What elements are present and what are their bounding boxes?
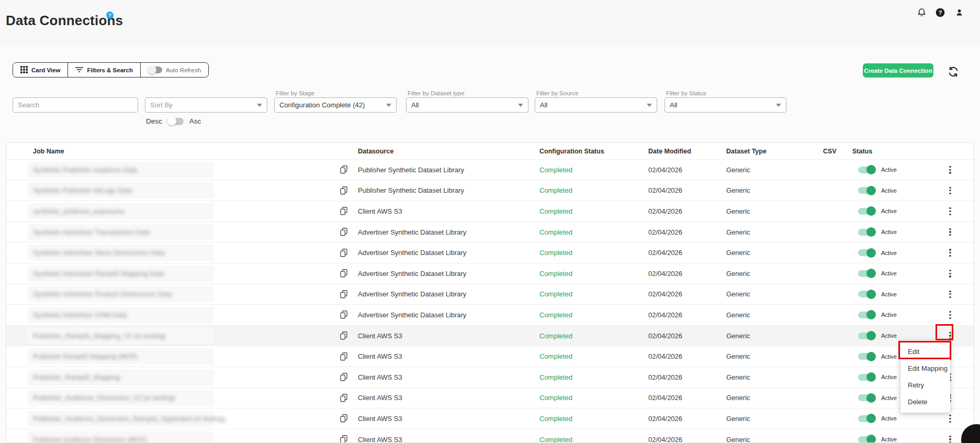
filter-stage-value: Configuration Complete (42) xyxy=(279,101,365,109)
datasource-cell: Client AWS S3 xyxy=(358,394,539,402)
active-toggle[interactable] xyxy=(858,229,875,236)
datasource-cell: Client AWS S3 xyxy=(358,373,539,381)
copy-icon[interactable] xyxy=(340,268,349,279)
active-toggle[interactable] xyxy=(858,270,875,277)
dataset-type-cell: Generic xyxy=(726,332,823,340)
active-toggle[interactable] xyxy=(858,167,875,173)
status-label: Active xyxy=(881,374,897,380)
status-cell: Active xyxy=(852,208,943,215)
search-input[interactable] xyxy=(18,101,133,109)
status-cell: Active xyxy=(852,415,943,422)
refresh-icon[interactable] xyxy=(947,65,960,78)
copy-icon[interactable] xyxy=(340,164,349,175)
status-label: Active xyxy=(881,229,897,235)
person-icon[interactable] xyxy=(954,7,964,18)
configuration-status-cell: Completed xyxy=(539,352,648,360)
row-menu-kebab-icon[interactable] xyxy=(944,412,956,425)
date-modified-cell: 02/04/2026 xyxy=(648,352,726,360)
filter-status-select[interactable]: All xyxy=(664,97,786,113)
dataset-type-cell: Generic xyxy=(726,290,823,298)
filter-lines-icon xyxy=(75,67,83,74)
filter-dataset-type-select[interactable]: All xyxy=(406,97,528,113)
menu-item-delete[interactable]: Delete xyxy=(900,393,950,410)
filter-source-value: All xyxy=(540,101,547,109)
copy-icon[interactable] xyxy=(340,185,349,196)
help-icon[interactable]: ? xyxy=(935,7,945,18)
copy-icon[interactable] xyxy=(340,434,349,443)
dataset-type-cell: Generic xyxy=(726,415,823,423)
active-toggle[interactable] xyxy=(858,291,875,297)
menu-item-retry[interactable]: Retry xyxy=(900,376,950,393)
job-name-cell: Synthetic Advertiser Store Dimensions Da… xyxy=(6,245,340,261)
copy-icon[interactable] xyxy=(340,309,349,320)
bell-icon[interactable] xyxy=(916,7,927,18)
top-band xyxy=(0,0,980,46)
active-toggle[interactable] xyxy=(858,333,875,339)
copy-icon[interactable] xyxy=(340,248,349,258)
menu-item-edit[interactable]: Edit xyxy=(900,343,950,360)
row-menu-kebab-icon[interactable] xyxy=(944,287,956,301)
header-dataset-type: Dataset Type xyxy=(726,148,823,155)
sort-direction-toggle[interactable] xyxy=(168,118,184,125)
dataset-type-cell: Generic xyxy=(726,352,823,360)
active-toggle[interactable] xyxy=(858,312,875,318)
copy-icon[interactable] xyxy=(340,289,349,300)
copy-icon[interactable] xyxy=(340,227,349,237)
copy-icon[interactable] xyxy=(340,393,349,403)
filters-search-button[interactable]: Filters & Search xyxy=(67,63,140,77)
status-cell: Active xyxy=(852,167,943,173)
row-menu-kebab-icon[interactable] xyxy=(944,225,956,239)
active-toggle[interactable] xyxy=(858,249,875,256)
create-data-connection-button[interactable]: Create Data Connection xyxy=(863,63,933,77)
search-field[interactable] xyxy=(13,97,138,113)
table-row: Synthetic Advertiser Transactions Data A… xyxy=(6,222,974,242)
copy-icon[interactable] xyxy=(340,372,349,382)
copy-icon[interactable] xyxy=(340,351,349,362)
active-toggle[interactable] xyxy=(858,187,875,194)
title-help-badge[interactable]: ? xyxy=(106,12,114,19)
auto-refresh-toggle[interactable] xyxy=(148,67,162,73)
copy-icon[interactable] xyxy=(340,206,349,216)
card-view-button[interactable]: Card View xyxy=(13,63,67,77)
chevron-down-icon xyxy=(257,104,262,107)
table-row: synthetic_pinterest_exposures Client AWS… xyxy=(6,201,974,222)
status-label: Active xyxy=(881,167,897,173)
dataset-type-cell: Generic xyxy=(726,270,823,278)
job-name-text: Synthetic Advertiser Transactions Data xyxy=(33,228,150,236)
filter-stage-select[interactable]: Configuration Complete (42) xyxy=(274,97,397,113)
job-name-text: Synthetic Advertiser Product Dimensions … xyxy=(33,290,172,298)
active-toggle[interactable] xyxy=(858,208,875,215)
configuration-status-cell: Completed xyxy=(539,394,648,402)
status-label: Active xyxy=(881,187,897,194)
active-toggle[interactable] xyxy=(858,436,875,443)
row-menu-kebab-icon[interactable] xyxy=(944,246,956,260)
menu-item-edit-mapping[interactable]: Edit Mapping xyxy=(900,360,950,376)
datasource-cell: Publisher Synthetic Dataset Library xyxy=(358,186,539,194)
row-menu-kebab-icon[interactable] xyxy=(944,308,956,322)
copy-icon[interactable] xyxy=(340,413,349,424)
row-menu-kebab-icon[interactable] xyxy=(944,184,956,197)
job-name-cell: Publisher_RampID_Mapping xyxy=(6,369,340,385)
filter-source-select[interactable]: All xyxy=(535,97,657,113)
sort-by-select[interactable]: Sort By xyxy=(145,97,267,113)
active-toggle[interactable] xyxy=(858,415,875,422)
status-cell: Active xyxy=(852,249,943,256)
configuration-status-cell: Completed xyxy=(539,186,648,194)
row-menu-kebab-icon[interactable] xyxy=(944,267,956,280)
job-name-text: Synthetic Advertiser CRM Data xyxy=(33,311,127,319)
copy-icon[interactable] xyxy=(340,330,349,341)
sort-by-value: Sort By xyxy=(150,101,173,109)
row-menu-kebab-icon[interactable] xyxy=(944,204,956,218)
row-menu-kebab-icon[interactable] xyxy=(944,163,956,176)
table-row: Synthetic Advertiser RampID Mapping Data… xyxy=(6,263,974,284)
datasource-cell: Advertiser Synthetic Dataset Library xyxy=(358,290,539,298)
active-toggle[interactable] xyxy=(858,394,875,401)
active-toggle[interactable] xyxy=(858,353,875,360)
configuration-status-cell: Completed xyxy=(539,270,648,278)
row-menu-kebab-icon[interactable] xyxy=(944,433,956,443)
date-modified-cell: 02/04/2026 xyxy=(648,332,726,340)
status-cell: Active xyxy=(852,312,943,318)
active-toggle[interactable] xyxy=(858,374,875,381)
dataset-type-cell: Generic xyxy=(726,186,823,194)
job-name-text: Synthetic Publisher AdLogs Data xyxy=(33,186,132,194)
